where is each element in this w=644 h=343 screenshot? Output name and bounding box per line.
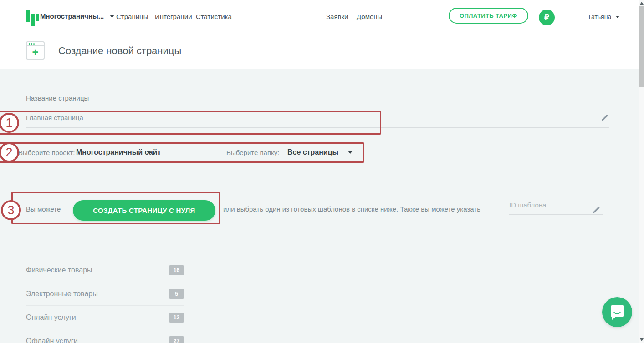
folder-select-label: Выберите папку: <box>226 149 279 156</box>
annotation-step-3: 3 <box>1 200 21 220</box>
chevron-down-icon <box>616 16 619 18</box>
category-count-badge: 12 <box>169 313 184 323</box>
hint-prefix: Вы можете <box>26 205 61 213</box>
hint-suffix: или выбрать один из готовых шаблонов в с… <box>223 205 480 213</box>
nav-item-domains[interactable]: Домены <box>357 13 382 20</box>
vertical-scrollbar[interactable] <box>639 0 644 343</box>
page-name-input[interactable] <box>26 114 609 128</box>
user-name: Татьяна <box>588 13 611 20</box>
category-label: Физические товары <box>26 266 92 274</box>
project-dropdown[interactable]: Многостраничны... <box>40 12 114 20</box>
user-menu[interactable]: Татьяна <box>588 13 619 20</box>
category-label: Электронные товары <box>26 290 98 298</box>
top-nav-bar: Многостраничны... Страницы Интеграции Ст… <box>0 0 644 35</box>
edit-icon[interactable] <box>600 114 609 122</box>
category-label: Офлайн услуги <box>26 337 78 343</box>
chevron-down-icon[interactable] <box>348 151 353 154</box>
chat-widget-button[interactable] <box>602 297 632 327</box>
page-header-band: + Создание новой страницы <box>0 35 644 69</box>
scroll-up-icon[interactable] <box>640 2 644 5</box>
category-count-badge: 5 <box>169 289 184 299</box>
scrollbar-thumb[interactable] <box>639 6 644 87</box>
page-title: Создание новой страницы <box>58 45 181 57</box>
folder-select-value[interactable]: Все страницы <box>287 148 338 156</box>
category-count-badge: 27 <box>169 336 184 343</box>
create-from-scratch-button[interactable]: СОЗДАТЬ СТРАНИЦУ С НУЛЯ <box>73 200 215 221</box>
chat-bubble-icon <box>609 304 625 320</box>
edit-icon[interactable] <box>592 206 601 214</box>
category-digital-goods[interactable]: Электронные товары 5 <box>26 282 184 306</box>
chevron-down-icon <box>110 15 114 18</box>
lp-logo-icon[interactable] <box>26 9 40 26</box>
balance-ruble-icon[interactable]: ₽ <box>539 10 555 25</box>
header-divider <box>25 35 639 35</box>
category-label: Онлайн услуги <box>26 313 76 322</box>
template-id-input[interactable] <box>509 201 603 215</box>
category-online-services[interactable]: Онлайн услуги 12 <box>26 306 184 329</box>
nav-item-integrations[interactable]: Интеграции <box>155 13 192 20</box>
category-physical-goods[interactable]: Физические товары 16 <box>26 258 184 282</box>
nav-item-leads[interactable]: Заявки <box>326 13 348 20</box>
scroll-down-icon[interactable] <box>640 338 644 341</box>
plus-icon: + <box>27 46 44 58</box>
project-select-label: Выберите проект: <box>18 149 75 156</box>
category-count-badge: 16 <box>169 265 184 275</box>
chevron-down-icon[interactable] <box>147 151 151 154</box>
template-category-list: Физические товары 16 Электронные товары … <box>26 258 184 343</box>
nav-item-pages[interactable]: Страницы <box>116 13 148 20</box>
pay-tariff-button[interactable]: ОПЛАТИТЬ ТАРИФ <box>449 8 528 24</box>
nav-item-statistics[interactable]: Статистика <box>196 13 232 20</box>
project-dropdown-label: Многостраничны... <box>40 12 104 20</box>
new-page-icon: + <box>26 41 45 60</box>
annotation-step-2: 2 <box>0 142 19 162</box>
page-name-label: Название страницы <box>26 94 89 102</box>
annotation-step-1: 1 <box>0 113 19 133</box>
category-offline-services[interactable]: Офлайн услуги 27 <box>26 329 184 343</box>
